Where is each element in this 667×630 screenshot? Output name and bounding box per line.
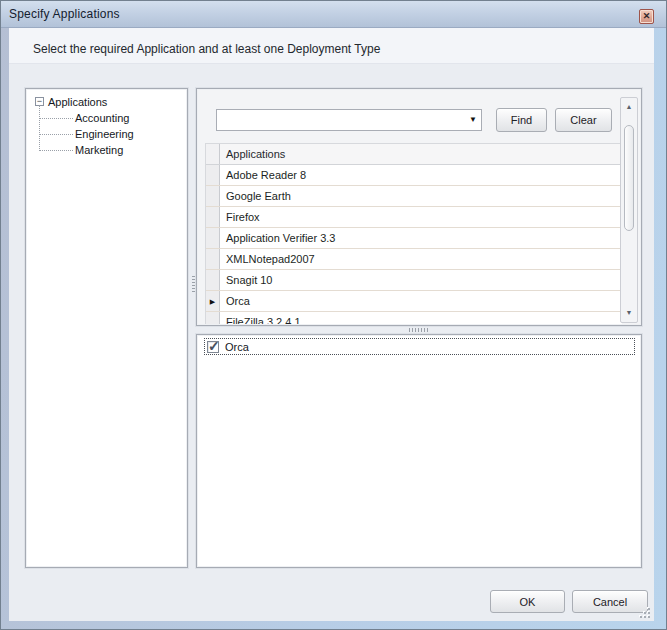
dialog-content: Select the required Application and at l… xyxy=(9,28,654,621)
splitter-grip-icon xyxy=(409,328,429,332)
close-icon[interactable]: ✕ xyxy=(639,9,654,24)
dialog-title: Specify Applications xyxy=(9,7,120,21)
deployment-type-label: Orca xyxy=(225,341,249,353)
row-indicator-cell xyxy=(206,144,220,164)
row-indicator-cell xyxy=(206,312,220,324)
applications-grid-panel: ▼ Find Clear Applications Adobe Reader 8… xyxy=(196,88,642,326)
instruction-text: Select the required Application and at l… xyxy=(33,42,380,56)
row-indicator-cell xyxy=(206,186,220,206)
current-row-arrow-icon: ▶ xyxy=(210,298,215,305)
tree-root-label[interactable]: Applications xyxy=(47,96,108,108)
tree-node-accounting[interactable]: Accounting xyxy=(75,111,129,125)
chevron-down-icon[interactable]: ▼ xyxy=(469,116,477,124)
application-cell[interactable]: Orca xyxy=(220,291,622,311)
tree-node-marketing[interactable]: Marketing xyxy=(75,143,123,157)
ok-button[interactable]: OK xyxy=(490,590,565,613)
tree-node-applications[interactable]: − Applications xyxy=(35,94,108,109)
grid-row-current[interactable]: ▶ Orca xyxy=(206,291,622,312)
grid-row[interactable]: Snagit 10 xyxy=(206,270,622,291)
grid-row[interactable]: Application Verifier 3.3 xyxy=(206,228,622,249)
application-cell[interactable]: XMLNotepad2007 xyxy=(220,249,622,269)
grid-row[interactable]: Google Earth xyxy=(206,186,622,207)
grid-scrollbar[interactable]: ▲ ▼ xyxy=(620,97,638,323)
application-cell[interactable]: Adobe Reader 8 xyxy=(220,165,622,185)
scrollbar-thumb[interactable] xyxy=(624,125,634,231)
grid-row[interactable]: XMLNotepad2007 xyxy=(206,249,622,270)
grid-row[interactable]: FileZilla 3.2.4.1 xyxy=(206,312,622,324)
scroll-up-icon[interactable]: ▲ xyxy=(621,100,637,114)
application-search-combo[interactable]: ▼ xyxy=(216,109,482,131)
specify-applications-dialog: Specify Applications ✕ Select the requir… xyxy=(0,0,667,630)
application-cell[interactable]: Snagit 10 xyxy=(220,270,622,290)
application-cell[interactable]: Application Verifier 3.3 xyxy=(220,228,622,248)
resize-grip-icon[interactable] xyxy=(640,608,650,618)
grid-column-header[interactable]: Applications xyxy=(220,144,622,164)
row-indicator-cell xyxy=(206,249,220,269)
grid-row[interactable]: Adobe Reader 8 xyxy=(206,165,622,186)
application-cell[interactable]: Firefox xyxy=(220,207,622,227)
deployment-type-list-panel: ✓ Orca xyxy=(196,334,642,568)
applications-tree: − Applications Accounting Engineering Ma… xyxy=(26,89,187,567)
application-cell[interactable]: FileZilla 3.2.4.1 xyxy=(220,312,622,324)
row-indicator-cell: ▶ xyxy=(206,291,220,311)
checkmark-icon: ✓ xyxy=(208,338,220,354)
clear-button[interactable]: Clear xyxy=(555,108,612,132)
application-cell[interactable]: Google Earth xyxy=(220,186,622,206)
applications-tree-panel: − Applications Accounting Engineering Ma… xyxy=(25,88,188,568)
tree-connector-line xyxy=(39,105,40,151)
horizontal-splitter[interactable] xyxy=(196,327,642,333)
tree-node-engineering[interactable]: Engineering xyxy=(75,127,134,141)
deployment-type-item[interactable]: ✓ Orca xyxy=(204,338,635,355)
applications-grid: Applications Adobe Reader 8 Google Earth… xyxy=(205,143,622,324)
row-indicator-cell xyxy=(206,270,220,290)
title-bar[interactable]: Specify Applications ✕ xyxy=(1,1,666,28)
cancel-button[interactable]: Cancel xyxy=(572,590,648,613)
scroll-down-icon[interactable]: ▼ xyxy=(621,306,637,320)
row-indicator-cell xyxy=(206,228,220,248)
row-indicator-cell xyxy=(206,207,220,227)
checkbox-checked-icon[interactable]: ✓ xyxy=(207,341,219,353)
row-indicator-cell xyxy=(206,165,220,185)
find-button[interactable]: Find xyxy=(496,108,547,132)
grid-row[interactable]: Firefox xyxy=(206,207,622,228)
grid-header-row[interactable]: Applications xyxy=(206,144,622,165)
search-input[interactable] xyxy=(219,111,457,129)
